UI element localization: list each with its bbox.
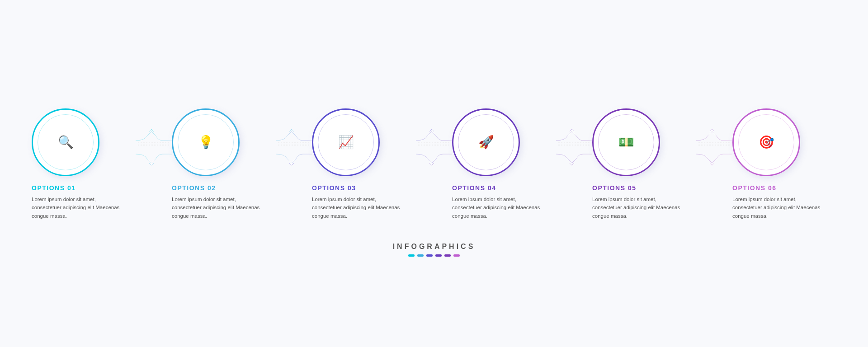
circle-1: 🔍: [32, 108, 99, 176]
circle-inner-ring-3: [318, 114, 374, 170]
step-3: 📈 OPTIONS 03 Lorem ipsum dolor sit amet,…: [312, 108, 416, 220]
footer-dot-5: [444, 254, 451, 257]
step-desc-2: Lorem ipsum dolor sit amet, consectetuer…: [172, 195, 267, 220]
footer: INFOGRAPHICS: [393, 243, 476, 257]
step-4: 🚀 OPTIONS 04 Lorem ipsum dolor sit amet,…: [452, 108, 556, 220]
footer-dot-4: [435, 254, 442, 257]
circle-area-5: 💵: [592, 108, 660, 176]
step-wrapper-3: 📈 OPTIONS 03 Lorem ipsum dolor sit amet,…: [312, 108, 452, 220]
step-wrapper-6: 🎯 OPTIONS 06 Lorem ipsum dolor sit amet,…: [732, 108, 836, 220]
circle-inner-ring-1: [38, 114, 94, 170]
circle-inner-ring-2: [178, 114, 234, 170]
step-wrapper-5: 💵 OPTIONS 05 Lorem ipsum dolor sit amet,…: [592, 108, 732, 220]
connector-3-to-4: [416, 127, 452, 168]
icon-4: 🚀: [478, 136, 494, 149]
circle-6: 🎯: [732, 108, 800, 176]
step-1: 🔍 OPTIONS 01 Lorem ipsum dolor sit amet,…: [32, 108, 136, 220]
step-wrapper-2: 💡 OPTIONS 02 Lorem ipsum dolor sit amet,…: [172, 108, 312, 220]
icon-1: 🔍: [58, 136, 74, 149]
step-wrapper-4: 🚀 OPTIONS 04 Lorem ipsum dolor sit amet,…: [452, 108, 592, 220]
step-label-6: OPTIONS 06: [732, 184, 776, 192]
footer-dot-3: [426, 254, 433, 257]
connector-1-to-2: [136, 127, 172, 168]
step-desc-4: Lorem ipsum dolor sit amet, consectetuer…: [452, 195, 547, 220]
circle-3: 📈: [312, 108, 380, 176]
circle-inner-ring-6: [738, 114, 794, 170]
step-wrapper-1: 🔍 OPTIONS 01 Lorem ipsum dolor sit amet,…: [32, 108, 172, 220]
connector-2-to-3: [276, 127, 312, 168]
circle-inner-ring-5: [598, 114, 654, 170]
step-desc-3: Lorem ipsum dolor sit amet, consectetuer…: [312, 195, 407, 220]
icon-3: 📈: [338, 136, 354, 149]
footer-dot-2: [417, 254, 424, 257]
step-desc-5: Lorem ipsum dolor sit amet, consectetuer…: [592, 195, 687, 220]
circle-5: 💵: [592, 108, 660, 176]
step-label-4: OPTIONS 04: [452, 184, 496, 192]
circle-area-3: 📈: [312, 108, 380, 176]
footer-title: INFOGRAPHICS: [393, 243, 476, 251]
step-label-3: OPTIONS 03: [312, 184, 356, 192]
step-6: 🎯 OPTIONS 06 Lorem ipsum dolor sit amet,…: [732, 108, 836, 220]
connector-5-to-6: [696, 127, 732, 168]
circle-area-6: 🎯: [732, 108, 800, 176]
footer-dot-1: [408, 254, 415, 257]
icon-2: 💡: [198, 136, 214, 149]
icon-6: 🎯: [759, 136, 774, 149]
circle-2: 💡: [172, 108, 240, 176]
circle-inner-ring-4: [458, 114, 514, 170]
step-label-5: OPTIONS 05: [592, 184, 636, 192]
circle-area-4: 🚀: [452, 108, 520, 176]
footer-dot-6: [453, 254, 460, 257]
step-2: 💡 OPTIONS 02 Lorem ipsum dolor sit amet,…: [172, 108, 276, 220]
step-desc-1: Lorem ipsum dolor sit amet, consectetuer…: [32, 195, 127, 220]
connector-4-to-5: [556, 127, 592, 168]
step-5: 💵 OPTIONS 05 Lorem ipsum dolor sit amet,…: [592, 108, 696, 220]
circle-area-2: 💡: [172, 108, 240, 176]
footer-dots: [408, 254, 460, 257]
infographic-main: 🔍 OPTIONS 01 Lorem ipsum dolor sit amet,…: [5, 90, 863, 229]
step-label-1: OPTIONS 01: [32, 184, 75, 192]
circle-4: 🚀: [452, 108, 520, 176]
icon-5: 💵: [618, 136, 634, 149]
circle-area-1: 🔍: [32, 108, 99, 176]
step-label-2: OPTIONS 02: [172, 184, 216, 192]
step-desc-6: Lorem ipsum dolor sit amet, consectetuer…: [732, 195, 827, 220]
